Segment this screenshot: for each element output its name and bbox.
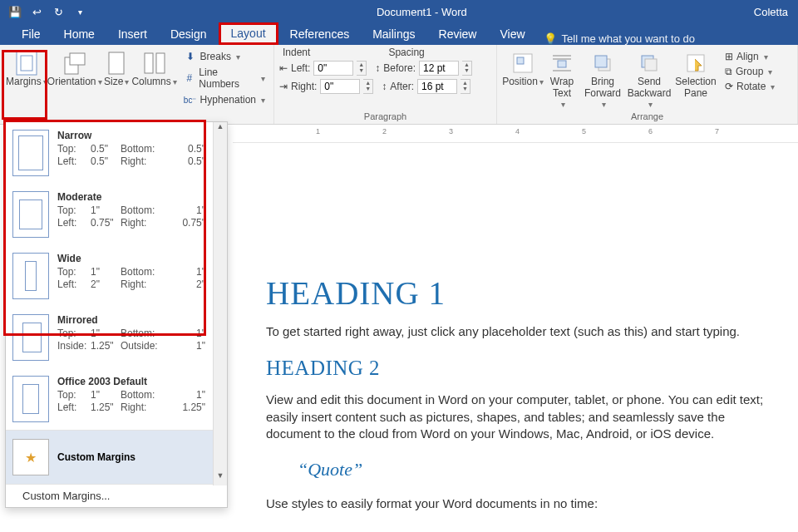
indent-title: Indent <box>283 47 310 58</box>
indent-right[interactable]: ⇥Right:▲▼ <box>279 78 373 95</box>
spacing-after[interactable]: ↕After:▲▼ <box>382 78 470 95</box>
tab-design[interactable]: Design <box>159 24 219 45</box>
tab-review[interactable]: Review <box>427 24 489 45</box>
margins-button[interactable]: Margins▾ <box>5 48 48 88</box>
line-numbers-button[interactable]: #Line Numbers▾ <box>180 66 268 91</box>
svg-rect-3 <box>70 53 85 65</box>
svg-rect-9 <box>558 61 566 67</box>
save-icon[interactable]: 💾 <box>5 2 25 21</box>
qat-customize-icon[interactable]: ▾ <box>70 2 90 21</box>
align-button[interactable]: ⊞Align▾ <box>722 50 778 63</box>
document-area[interactable]: HEADING 1 To get started right away, jus… <box>233 143 798 532</box>
svg-rect-14 <box>595 56 607 67</box>
title-bar: 💾 ↩ ↻ ▾ Document1 - Word Coletta <box>0 0 798 23</box>
group-arrange: Position▾ Wrap Text▾ Bring Forward▾ Send… <box>497 45 798 124</box>
heading-2[interactable]: HEADING 2 <box>266 357 765 380</box>
position-button[interactable]: Position▾ <box>502 48 544 88</box>
selection-pane-icon <box>682 50 709 76</box>
preset-thumbnail-icon <box>12 314 49 361</box>
svg-rect-16 <box>645 59 657 71</box>
dropdown-scrollbar[interactable]: ▲ ▼ <box>213 122 227 485</box>
user-name[interactable]: Coletta <box>754 6 793 18</box>
wrap-text-icon <box>549 50 575 76</box>
columns-button[interactable]: Columns▾ <box>132 48 177 88</box>
spinner[interactable]: ▲▼ <box>461 79 470 94</box>
undo-icon[interactable]: ↩ <box>27 2 47 21</box>
hyphenation-icon: bc⁻ <box>184 96 197 105</box>
preset-thumbnail-icon <box>12 253 49 299</box>
rotate-button[interactable]: ⟳Rotate▾ <box>722 80 778 93</box>
spacing-before-input[interactable] <box>419 61 459 76</box>
tab-view[interactable]: View <box>488 24 536 45</box>
ribbon-tabs: File Home Insert Design Layout Reference… <box>0 23 798 45</box>
margin-preset-mirrored[interactable]: Mirrored Top:1"Bottom:1" Inside:1.25"Out… <box>6 307 227 368</box>
orientation-button[interactable]: Orientation▾ <box>48 48 101 88</box>
redo-icon[interactable]: ↻ <box>48 2 68 21</box>
custom-margins-item[interactable]: Custom Margins <box>6 431 227 484</box>
breaks-icon: ⬇ <box>184 51 197 62</box>
columns-icon <box>141 50 168 76</box>
tab-home[interactable]: Home <box>52 24 106 45</box>
spinner[interactable]: ▲▼ <box>363 79 373 94</box>
spacing-after-input[interactable] <box>417 79 457 94</box>
quote[interactable]: “Quote” <box>298 459 765 480</box>
margin-preset-office-2003-default[interactable]: Office 2003 Default Top:1"Bottom:1" Left… <box>6 368 227 430</box>
orientation-icon <box>62 50 88 76</box>
quick-access-toolbar: 💾 ↩ ↻ ▾ <box>5 2 90 21</box>
horizontal-ruler[interactable]: 1234567 <box>233 125 798 143</box>
margins-dropdown: Narrow Top:0.5"Bottom:0.5" Left:0.5"Righ… <box>5 121 228 508</box>
page[interactable]: HEADING 1 To get started right away, jus… <box>258 158 773 512</box>
margin-preset-moderate[interactable]: Moderate Top:1"Bottom:1" Left:0.75"Right… <box>6 184 227 245</box>
svg-rect-5 <box>145 53 153 73</box>
group-button[interactable]: ⧉Group▾ <box>722 65 778 78</box>
preset-thumbnail-icon <box>12 130 49 176</box>
tab-layout[interactable]: Layout <box>219 22 278 45</box>
spacing-title: Spacing <box>388 47 424 58</box>
breaks-button[interactable]: ⬇Breaks▾ <box>180 50 268 63</box>
preset-name: Office 2003 Default <box>57 376 205 387</box>
preset-name: Wide <box>57 253 205 264</box>
margin-preset-wide[interactable]: Wide Top:1"Bottom:1" Left:2"Right:2" <box>6 245 227 307</box>
align-icon: ⊞ <box>725 51 733 62</box>
custom-margins-footer[interactable]: Custom Margins... <box>6 484 227 507</box>
scroll-down-icon[interactable]: ▼ <box>214 471 227 485</box>
tell-me[interactable]: 💡 Tell me what you want to do <box>544 32 695 45</box>
svg-rect-6 <box>156 53 165 73</box>
preset-thumbnail-icon <box>12 191 49 238</box>
send-backward-button[interactable]: Send Backward▾ <box>625 48 673 109</box>
indent-left[interactable]: ⇤Left:▲▼ <box>279 60 367 76</box>
indent-right-input[interactable] <box>320 79 360 94</box>
spinner[interactable]: ▲▼ <box>462 61 472 76</box>
custom-margins-label: Custom Margins <box>57 451 135 463</box>
margins-icon <box>13 50 40 76</box>
tab-mailings[interactable]: Mailings <box>361 24 426 45</box>
preset-thumbnail-icon <box>12 376 49 422</box>
hyphenation-button[interactable]: bc⁻Hyphenation▾ <box>180 93 268 106</box>
size-button[interactable]: Size▾ <box>101 48 132 88</box>
bring-forward-button[interactable]: Bring Forward▾ <box>580 48 625 109</box>
preset-name: Mirrored <box>57 314 205 326</box>
paragraph[interactable]: View and edit this document in Word on y… <box>266 392 765 442</box>
heading-1[interactable]: HEADING 1 <box>266 274 765 312</box>
preset-name: Moderate <box>57 191 205 203</box>
group-paragraph: Indent Spacing ⇤Left:▲▼ ↕Before:▲▼ ⇥Righ… <box>274 45 497 124</box>
preset-name: Narrow <box>57 130 205 141</box>
ribbon: Margins▾ Orientation▾ Size▾ Columns▾ ⬇Br… <box>0 45 798 125</box>
rotate-icon: ⟳ <box>725 81 733 92</box>
position-icon <box>510 50 536 76</box>
scroll-up-icon[interactable]: ▲ <box>214 122 227 136</box>
margin-preset-narrow[interactable]: Narrow Top:0.5"Bottom:0.5" Left:0.5"Righ… <box>6 122 227 184</box>
size-icon <box>103 50 130 76</box>
lightbulb-icon: 💡 <box>544 32 557 45</box>
tab-references[interactable]: References <box>278 24 362 45</box>
wrap-text-button[interactable]: Wrap Text▾ <box>544 48 580 109</box>
paragraph[interactable]: Use styles to easily format your Word do… <box>266 495 765 512</box>
spinner[interactable]: ▲▼ <box>357 61 367 76</box>
selection-pane-button[interactable]: Selection Pane <box>673 48 718 100</box>
spacing-before[interactable]: ↕Before:▲▼ <box>375 60 472 76</box>
tab-file[interactable]: File <box>10 24 52 45</box>
indent-left-input[interactable] <box>313 61 353 76</box>
paragraph[interactable]: To get started right away, just click an… <box>266 323 765 340</box>
spacing-before-icon: ↕ <box>375 62 380 74</box>
tab-insert[interactable]: Insert <box>106 24 159 45</box>
